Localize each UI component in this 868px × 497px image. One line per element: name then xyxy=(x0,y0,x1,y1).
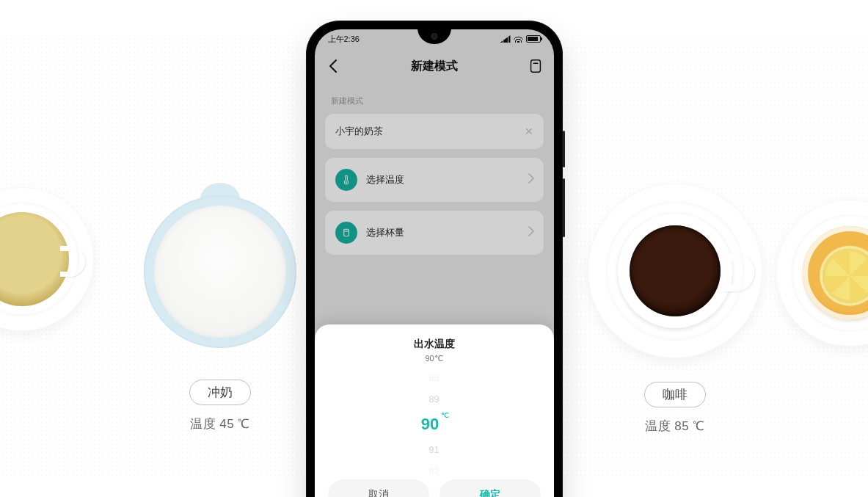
temperature-picker[interactable]: 88 89 90℃ 91 92 xyxy=(315,369,554,479)
picker-option-selected[interactable]: 90℃ xyxy=(421,415,447,434)
honey-plate xyxy=(776,200,868,347)
coffee-liquid xyxy=(630,225,721,316)
tea-plate xyxy=(0,187,94,331)
battery-icon xyxy=(526,35,541,43)
phone-screen: 上午2:36 新建模式 新建模式 小宇的奶茶 ✕ xyxy=(315,29,554,497)
honey-cup xyxy=(803,226,868,320)
confirm-button[interactable]: 确定 xyxy=(440,479,541,497)
sheet-actions: 取消 确定 xyxy=(315,479,554,497)
milk-column: 冲奶 温度 45 ℃ xyxy=(125,0,316,497)
mode-name-input[interactable]: 小宇的奶茶 xyxy=(335,125,516,138)
chevron-right-icon xyxy=(528,226,535,239)
section-label: 新建模式 xyxy=(325,91,544,114)
status-time: 上午2:36 xyxy=(328,34,360,45)
milk-bowl-container xyxy=(136,187,304,356)
sheet-title: 出水温度 xyxy=(315,338,554,351)
milk-pill-label: 冲奶 xyxy=(189,380,251,405)
milk-liquid xyxy=(154,206,286,338)
cup-handle xyxy=(60,246,85,277)
cancel-button[interactable]: 取消 xyxy=(328,479,429,497)
picker-selected-value: 90 xyxy=(421,415,439,433)
honey-column xyxy=(776,0,868,497)
picker-selected-unit: ℃ xyxy=(441,411,449,419)
tea-column xyxy=(0,0,94,497)
nav-bar: 新建模式 xyxy=(315,48,554,84)
svg-rect-0 xyxy=(530,60,540,73)
picker-option[interactable]: 92 xyxy=(428,465,439,476)
milk-temperature-text: 温度 45 ℃ xyxy=(190,416,250,432)
clear-input-button[interactable]: ✕ xyxy=(525,126,533,137)
coffee-pill-label: 咖啡 xyxy=(644,382,706,407)
lemon-slice-icon xyxy=(823,249,868,303)
page-title: 新建模式 xyxy=(411,59,458,74)
tea-cup xyxy=(0,212,69,306)
select-temperature-row[interactable]: 选择温度 xyxy=(325,158,544,202)
document-icon xyxy=(528,58,544,74)
milk-bowl xyxy=(144,195,296,348)
phone-side-button xyxy=(563,178,565,237)
picker-option[interactable]: 91 xyxy=(428,444,439,455)
coffee-plate xyxy=(588,184,762,358)
chevron-left-icon xyxy=(325,57,343,75)
picker-option[interactable]: 88 xyxy=(428,372,439,383)
cup-handle xyxy=(723,253,754,291)
picker-list: 88 89 90℃ 91 92 xyxy=(315,372,554,476)
wifi-icon xyxy=(514,35,523,43)
phone-side-button xyxy=(563,131,565,167)
select-temperature-label: 选择温度 xyxy=(366,173,404,186)
status-icons xyxy=(500,35,541,43)
save-template-button[interactable] xyxy=(528,58,544,74)
coffee-cup xyxy=(618,214,732,328)
coffee-temperature-text: 温度 85 ℃ xyxy=(645,418,705,435)
coffee-column: 咖啡 温度 85 ℃ xyxy=(580,0,770,497)
svg-point-2 xyxy=(345,181,346,183)
sheet-subtitle: 90℃ xyxy=(315,354,554,363)
temperature-picker-sheet: 出水温度 90℃ 88 89 90℃ 91 92 取消 确定 xyxy=(315,324,554,497)
phone-frame: 上午2:36 新建模式 新建模式 小宇的奶茶 ✕ xyxy=(306,21,563,497)
signal-icon xyxy=(500,35,511,43)
back-button[interactable] xyxy=(325,57,343,75)
content-area: 新建模式 小宇的奶茶 ✕ 选择温度 选择杯量 xyxy=(315,84,554,255)
thermometer-icon xyxy=(335,169,357,191)
chevron-right-icon xyxy=(528,173,535,186)
select-cup-size-row[interactable]: 选择杯量 xyxy=(325,211,544,255)
picker-option[interactable]: 89 xyxy=(428,393,439,405)
cup-icon xyxy=(335,222,357,244)
svg-rect-3 xyxy=(343,229,349,236)
select-cup-size-label: 选择杯量 xyxy=(366,226,404,239)
mode-name-input-row[interactable]: 小宇的奶茶 ✕ xyxy=(325,114,544,149)
